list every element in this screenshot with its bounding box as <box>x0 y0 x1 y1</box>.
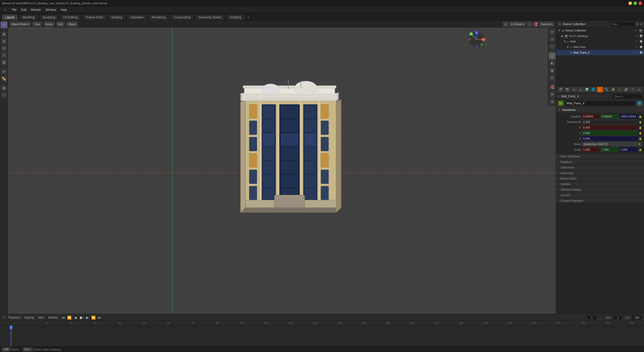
prev-frame-btn[interactable]: ◀ <box>73 315 78 320</box>
next-keyframe-btn[interactable]: ⏩ <box>91 315 96 320</box>
timeline-body[interactable]: 10 20 30 40 50 60 70 80 90 100 110 120 1… <box>0 321 644 346</box>
prop-tab-particles[interactable]: ✨ <box>610 87 616 92</box>
prop-tab-modifier[interactable]: 🔧 <box>603 87 610 92</box>
location-y-field[interactable]: 0.00000 <box>600 114 619 119</box>
play-btn[interactable]: ▶ <box>79 315 84 320</box>
prop-tab-scene[interactable]: 🎬 <box>558 87 564 92</box>
end-frame-field[interactable]: 250 <box>632 315 642 320</box>
outliner-item-scene-collection[interactable]: ▼ 🗂 Scene Collection 👁 📷 <box>556 28 644 33</box>
wall-parts-eye-icon[interactable]: 👁 <box>635 46 638 49</box>
delta-transform-section[interactable]: › Delta Transform <box>556 154 644 159</box>
minimize-btn[interactable] <box>628 2 632 5</box>
scale-x-field[interactable]: 1.000 <box>582 147 600 152</box>
tool-add[interactable]: ⊕ <box>1 85 7 91</box>
current-frame-display[interactable]: 1 <box>587 315 597 320</box>
vp-xray[interactable]: □ <box>549 43 555 50</box>
options-dropdown[interactable]: Options ▾ <box>539 21 554 27</box>
add-workspace-btn[interactable]: + <box>246 14 251 20</box>
prop-tab-physics[interactable]: ⚛ <box>617 87 623 92</box>
tool-measure[interactable]: 📏 <box>1 75 7 82</box>
location-x-field[interactable]: 0.00049 <box>582 114 600 119</box>
tab-uv-editing[interactable]: UV Editing <box>59 14 81 20</box>
next-frame-btn[interactable]: ▶ <box>85 315 90 320</box>
outliner-search-input[interactable] <box>610 22 635 27</box>
visibility-section[interactable]: › Visibility <box>556 181 644 187</box>
tool-more[interactable]: ⋯ <box>1 92 7 98</box>
frame-indicator-handle[interactable] <box>10 326 12 329</box>
prop-tab-object[interactable]: ▷ <box>597 87 603 92</box>
transform-section-header[interactable]: ▼ Transform <box>556 107 644 113</box>
vp-material-mode[interactable]: ◐ <box>549 60 555 66</box>
vp-snap[interactable]: 🧲 <box>549 84 555 90</box>
custom-properties-section[interactable]: › Custom Properties <box>556 198 644 203</box>
wall-parts-4-render-icon[interactable]: 🔘 <box>639 51 642 54</box>
rotation-z-lock[interactable]: 🔒 <box>638 136 642 141</box>
vp-overlay[interactable]: ⊙ <box>549 36 555 42</box>
navigation-gizmo[interactable]: X Y Z <box>468 31 486 48</box>
prop-tab-world[interactable]: 🌐 <box>590 87 596 92</box>
tool-scale[interactable]: ⤡ <box>1 52 7 59</box>
outliner-options-btn[interactable]: ▾ <box>640 22 642 26</box>
prop-tab-constraints[interactable]: 🔗 <box>623 87 629 92</box>
jump-start-btn[interactable]: ⏮ <box>61 315 66 320</box>
viewport-mode-dropdown[interactable]: Object Mode ▾ <box>10 21 31 27</box>
wall-parts-render-icon[interactable]: 🔘 <box>639 46 642 49</box>
prop-tab-data[interactable]: ▽ <box>630 87 636 92</box>
prop-tab-scene2[interactable]: 🌍 <box>584 87 590 92</box>
maximize-btn[interactable] <box>633 2 637 5</box>
scale-y-field[interactable]: 1.000 <box>600 147 619 152</box>
location-z-field[interactable]: -3054.45264 <box>619 114 637 119</box>
prop-tab-view-layer[interactable]: 🗂 <box>577 87 583 92</box>
outliner-item-wall-parts[interactable]: ▼ ▷ Wall Parts 👁 🔘 <box>556 44 644 50</box>
rotation-y-lock[interactable]: 🔒 <box>638 131 642 135</box>
tab-modeling[interactable]: Modeling <box>19 14 38 20</box>
outliner-item-wall[interactable]: ▼ ▷ Wall 👁 🔘 <box>556 39 644 44</box>
jump-end-btn[interactable]: ⏭ <box>97 315 102 320</box>
start-frame-field[interactable]: 1 <box>613 315 623 320</box>
location-lock-icon[interactable]: 🔒 <box>638 114 642 119</box>
prev-keyframe-btn[interactable]: ⏪ <box>67 315 72 320</box>
snap-magnet-btn[interactable]: ⊡ <box>503 21 508 27</box>
tool-move[interactable]: ✛ <box>1 38 7 45</box>
line-art-section[interactable]: › Line Art <box>556 192 644 198</box>
viewport-display-section[interactable]: › Viewport Display <box>556 187 644 192</box>
scifi-eye-icon[interactable]: 👁 <box>635 34 638 37</box>
rotation-y-field[interactable]: 0.000 <box>582 131 637 135</box>
menu-blender[interactable]: 🔸 <box>2 7 9 12</box>
rotation-x-field[interactable]: 0.000 <box>582 125 637 130</box>
menu-help[interactable]: Help <box>59 7 69 12</box>
vp-transform-orientations[interactable]: ⊕ <box>549 91 555 98</box>
rotation-z-field[interactable]: 0.000 <box>582 136 637 141</box>
scale-lock-icon[interactable]: 🔒 <box>638 147 642 152</box>
rotation-x-lock[interactable]: 🔒 <box>638 125 642 130</box>
tool-transform[interactable]: ⊞ <box>1 59 7 66</box>
frame-position-indicator[interactable] <box>11 326 11 346</box>
transform-pivot-dropdown[interactable]: ⊙ Global ▾ <box>509 21 526 27</box>
vp-rendered-mode[interactable]: ◉ <box>549 67 555 74</box>
tool-rotate[interactable]: ↺ <box>1 45 7 52</box>
scale-z-field[interactable]: 1.000 <box>619 147 637 152</box>
menu-render[interactable]: Render <box>29 7 43 12</box>
vp-viewport-shading[interactable]: ◈ <box>549 98 555 105</box>
tool-cursor[interactable]: ⊕ <box>1 31 7 37</box>
timeline-content-area[interactable] <box>0 326 644 346</box>
wall-eye-icon[interactable]: 👁 <box>635 40 638 43</box>
menu-file[interactable]: File <box>10 7 19 12</box>
snap-btn[interactable]: 🧲 <box>533 21 538 27</box>
vp-camera-perspective[interactable]: 👁 <box>549 29 555 35</box>
wall-parts-4-eye-icon[interactable]: 👁 <box>635 51 638 54</box>
outliner-item-wall-parts-4[interactable]: ▷ Wall_Parts_4 👁 🔘 <box>556 50 644 55</box>
vp-solid-mode[interactable]: ● <box>549 53 555 59</box>
tool-select[interactable]: ↖ <box>1 22 7 28</box>
prop-tab-render[interactable]: 📷 <box>564 87 570 92</box>
motion-paths-section[interactable]: › Motion Paths <box>556 176 644 181</box>
wall-render-icon[interactable]: 🔘 <box>639 40 642 43</box>
timeline-marker-menu[interactable]: Marker <box>47 315 59 320</box>
tab-geometry-nodes[interactable]: Geometry Nodes <box>195 14 225 20</box>
scifi-render-icon[interactable]: 🔘 <box>639 34 642 37</box>
object-name-field[interactable]: Wall_Parts_4 <box>565 101 635 106</box>
tab-animation[interactable]: Animation <box>127 14 147 20</box>
rotation-w-lock[interactable]: 🔒 <box>638 120 642 124</box>
proportional-edit-btn[interactable]: ○ <box>527 21 532 27</box>
tab-sculpting[interactable]: Sculpting <box>39 14 59 20</box>
